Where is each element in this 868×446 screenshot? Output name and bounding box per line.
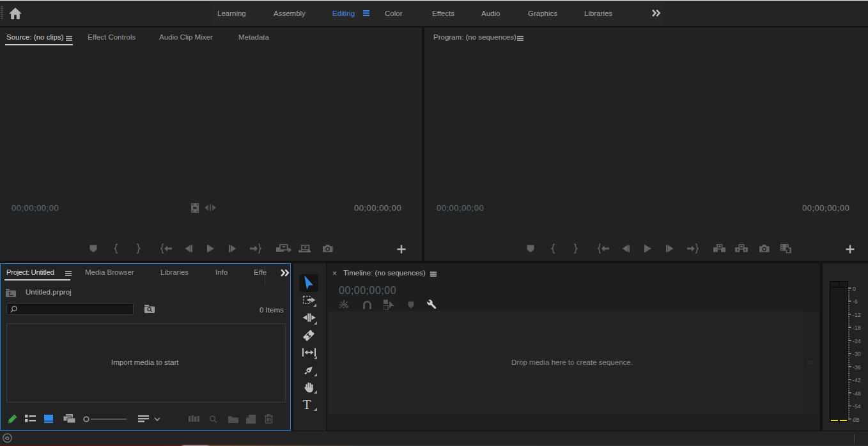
svg-text:-54: -54: [853, 403, 861, 410]
svg-text:0: 0: [853, 286, 856, 292]
svg-text:-30: -30: [853, 351, 861, 357]
svg-text:-24: -24: [853, 338, 861, 344]
svg-text:-48: -48: [853, 390, 861, 397]
svg-text:-6: -6: [853, 298, 858, 305]
svg-text:-18: -18: [853, 325, 861, 331]
svg-text:-42: -42: [853, 377, 861, 383]
svg-text:-12: -12: [853, 312, 861, 318]
svg-text:dB: dB: [853, 417, 860, 423]
svg-text:-36: -36: [853, 364, 861, 371]
